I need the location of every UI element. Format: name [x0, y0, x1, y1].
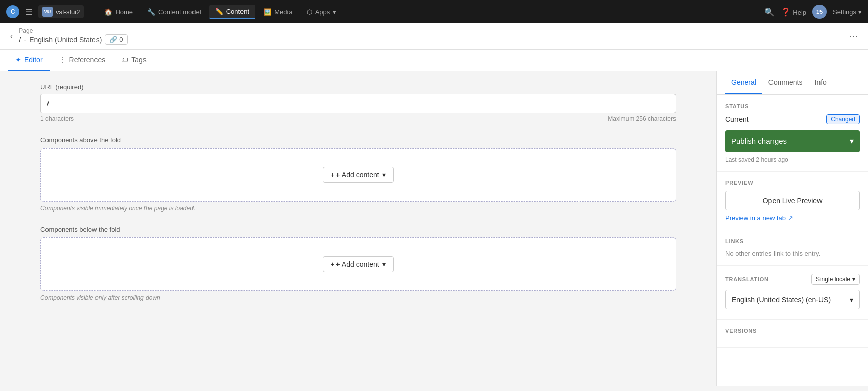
status-section-title: STATUS: [725, 103, 860, 109]
content-icon: ✏️: [215, 8, 223, 15]
links-section: LINKS No other entries link to this entr…: [717, 230, 868, 266]
space-badge[interactable]: VU vsf-sfui2: [38, 5, 84, 18]
preview-new-tab-link[interactable]: Preview in a new tab ↗: [725, 214, 860, 222]
locale-select-chevron-icon: ▾: [852, 276, 855, 283]
translation-section: TRANSLATION Single locale ▾ English (Uni…: [717, 266, 868, 320]
below-fold-hint: Components visible only after scrolling …: [40, 294, 676, 301]
nav-apps[interactable]: ⬡ Apps ▾: [301, 5, 343, 19]
locale-dropdown-chevron-icon: ▾: [850, 296, 853, 304]
media-icon: 🖼️: [263, 8, 271, 16]
versions-section-title: VERSIONS: [725, 328, 860, 334]
settings-link[interactable]: Settings ▾: [833, 8, 862, 16]
single-locale-select[interactable]: Single locale ▾: [811, 274, 860, 285]
breadcrumb-slash: /: [19, 35, 21, 44]
above-fold-section: Components above the fold + + Add conten…: [40, 136, 676, 212]
preview-section: PREVIEW Open Live Preview Preview in a n…: [717, 172, 868, 230]
breadcrumb: Page / - English (United States) 🔗 0: [19, 27, 843, 45]
external-link-icon: ↗: [788, 214, 793, 222]
link-icon: 🔗: [109, 36, 117, 43]
max-chars: Maximum 256 characters: [608, 115, 676, 122]
current-label: Current: [725, 115, 749, 123]
sidebar: General Comments Info STATUS Current Cha…: [716, 71, 868, 386]
breadcrumb-locale: English (United States): [29, 36, 102, 44]
main-layout: URL (required) 1 characters Maximum 256 …: [0, 71, 868, 386]
tab-tags[interactable]: 🏷 Tags: [114, 50, 154, 71]
add-content-below-chevron-icon: ▾: [382, 260, 386, 268]
help-icon: ❓: [781, 8, 791, 16]
publish-chevron-icon: ▾: [850, 136, 854, 146]
nav-media[interactable]: 🖼️ Media: [257, 5, 298, 19]
apps-icon: ⬡: [307, 8, 312, 16]
sidebar-tab-info[interactable]: Info: [809, 71, 833, 94]
hamburger-menu[interactable]: ☰: [25, 7, 32, 17]
preview-section-title: PREVIEW: [725, 180, 860, 186]
logo: C: [6, 5, 19, 18]
nav-home[interactable]: 🏠 Home: [98, 5, 139, 19]
more-options-button[interactable]: ···: [847, 28, 860, 44]
user-avatar[interactable]: 15: [812, 5, 827, 19]
below-fold-label: Components below the fold: [40, 226, 676, 233]
help-button[interactable]: ❓ Help: [781, 7, 806, 17]
last-saved: Last saved 2 hours ago: [725, 156, 860, 163]
status-section: STATUS Current Changed Publish changes ▾…: [717, 95, 868, 172]
space-name: vsf-sfui2: [56, 8, 80, 16]
sub-nav: ‹ Page / - English (United States) 🔗 0 ·…: [0, 23, 868, 50]
add-content-above-button[interactable]: + + Add content ▾: [323, 167, 393, 183]
tags-icon: 🏷: [121, 56, 128, 64]
sidebar-tab-general[interactable]: General: [725, 71, 762, 94]
add-content-chevron-icon: ▾: [382, 171, 386, 179]
search-icon[interactable]: 🔍: [764, 7, 775, 17]
plus-icon-2: +: [330, 260, 334, 268]
top-nav: C ☰ VU vsf-sfui2 🏠 Home 🔧 Content model …: [0, 0, 868, 23]
apps-chevron-icon: ▾: [333, 8, 336, 16]
plus-icon: +: [330, 171, 334, 179]
references-icon: ⋮: [59, 56, 66, 64]
space-avatar: VU: [42, 7, 53, 17]
settings-chevron-icon: ▾: [858, 8, 862, 16]
tab-editor[interactable]: ✦ Editor: [8, 50, 50, 71]
status-row: Current Changed: [725, 114, 860, 124]
versions-section: VERSIONS: [717, 320, 868, 348]
publish-changes-button[interactable]: Publish changes ▾: [725, 130, 860, 152]
page-label: Page: [19, 27, 127, 34]
nav-content-model[interactable]: 🔧 Content model: [141, 5, 207, 19]
open-live-preview-button[interactable]: Open Live Preview: [725, 191, 860, 210]
editor-icon: ✦: [15, 56, 21, 64]
nav-content[interactable]: ✏️ Content: [209, 5, 256, 19]
content-area: URL (required) 1 characters Maximum 256 …: [0, 71, 716, 386]
char-count: 1 characters: [40, 115, 74, 122]
back-button[interactable]: ‹: [8, 30, 15, 43]
above-fold-dropzone: + + Add content ▾: [40, 148, 676, 202]
url-field-section: URL (required) 1 characters Maximum 256 …: [40, 83, 676, 122]
tab-references[interactable]: ⋮ References: [52, 50, 113, 71]
no-links-text: No other entries link to this entry.: [725, 250, 860, 257]
home-icon: 🏠: [104, 8, 112, 16]
url-field-label: URL (required): [40, 83, 676, 91]
add-content-below-button[interactable]: + + Add content ▾: [323, 256, 393, 272]
above-fold-hint: Components visible immediately once the …: [40, 205, 676, 212]
nav-links: 🏠 Home 🔧 Content model ✏️ Content 🖼️ Med…: [98, 5, 343, 19]
translation-header-row: TRANSLATION Single locale ▾: [725, 274, 860, 285]
above-fold-label: Components above the fold: [40, 136, 676, 144]
model-icon: 🔧: [147, 8, 155, 16]
link-count: 🔗 0: [105, 34, 127, 45]
links-section-title: LINKS: [725, 238, 860, 245]
below-fold-section: Components below the fold + + Add conten…: [40, 226, 676, 301]
below-fold-dropzone: + + Add content ▾: [40, 237, 676, 291]
status-badge: Changed: [826, 114, 860, 124]
translation-section-title: TRANSLATION: [725, 276, 769, 282]
tab-bar: ✦ Editor ⋮ References 🏷 Tags: [0, 50, 868, 71]
locale-dropdown[interactable]: English (United States) (en-US) ▾: [725, 290, 860, 309]
sidebar-tab-bar: General Comments Info: [717, 71, 868, 95]
url-input[interactable]: [40, 94, 676, 113]
sidebar-tab-comments[interactable]: Comments: [762, 71, 809, 94]
